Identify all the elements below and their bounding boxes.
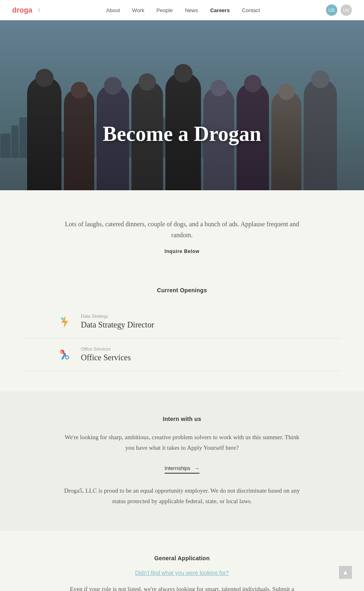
navbar: droga 5 About Work People News Careers C…: [0, 0, 364, 20]
region-uk-button[interactable]: UK: [341, 4, 352, 16]
svg-point-6: [66, 356, 69, 359]
nav-about[interactable]: About: [106, 6, 120, 14]
svg-text:droga: droga: [12, 6, 33, 14]
intro-body: Lots of laughs, catered dinners, couple …: [61, 219, 303, 240]
region-us-button[interactable]: US: [326, 4, 337, 16]
job-info-data-strategy: Data Strategy Data Strategy Director: [81, 314, 154, 330]
logo[interactable]: droga 5: [12, 6, 40, 15]
internships-label: Internships: [165, 465, 190, 471]
region-switcher: US UK: [326, 4, 352, 16]
general-body: Even if your role is not listed, we're a…: [61, 584, 303, 591]
job-category-office-services: Office Services: [81, 347, 131, 351]
openings-title: Current Openings: [24, 287, 340, 293]
hero-title: Become a Drogan: [0, 122, 364, 146]
nav-contact[interactable]: Contact: [242, 6, 260, 14]
intern-section: Intern with us We're looking for sharp, …: [0, 391, 364, 531]
inquire-below-link[interactable]: Inquire Below: [165, 249, 199, 254]
svg-point-2: [61, 317, 63, 320]
job-info-office-services: Office Services Office Services: [81, 347, 131, 362]
nav-people[interactable]: People: [157, 6, 173, 14]
arrow-right-icon: →: [194, 465, 199, 471]
job-listing-data-strategy[interactable]: Data Strategy Data Strategy Director: [24, 306, 340, 338]
job-title-data-strategy: Data Strategy Director: [81, 320, 154, 330]
intern-body: We're looking for sharp, ambitious, crea…: [61, 432, 303, 453]
job-category-data-strategy: Data Strategy: [81, 314, 154, 319]
job-listing-office-services[interactable]: Office Services Office Services: [24, 338, 340, 371]
job-title-office-services: Office Services: [81, 353, 131, 362]
nav-careers[interactable]: Careers: [210, 6, 230, 14]
general-application-title: General Application: [61, 555, 303, 561]
openings-section: Current Openings Data Strategy Data Stra…: [0, 275, 364, 391]
general-application-section: General Application Didn't find what you…: [0, 531, 364, 591]
intern-equal-opp: Droga5, LLC is proud to be an equal oppo…: [61, 486, 303, 506]
internships-link[interactable]: Internships →: [165, 465, 199, 474]
data-strategy-icon: [57, 314, 73, 330]
nav-work[interactable]: Work: [132, 6, 144, 14]
office-services-icon: [57, 347, 73, 363]
nav-links: About Work People News Careers Contact: [106, 6, 260, 14]
hero-section: Become a Drogan: [0, 20, 364, 190]
intern-title: Intern with us: [61, 416, 303, 422]
didnt-find-link[interactable]: Didn't find what you were looking for?: [61, 570, 303, 576]
intro-section: Lots of laughs, catered dinners, couple …: [0, 190, 364, 275]
scroll-to-top-button[interactable]: ▲: [339, 566, 352, 579]
nav-news[interactable]: News: [185, 6, 198, 14]
